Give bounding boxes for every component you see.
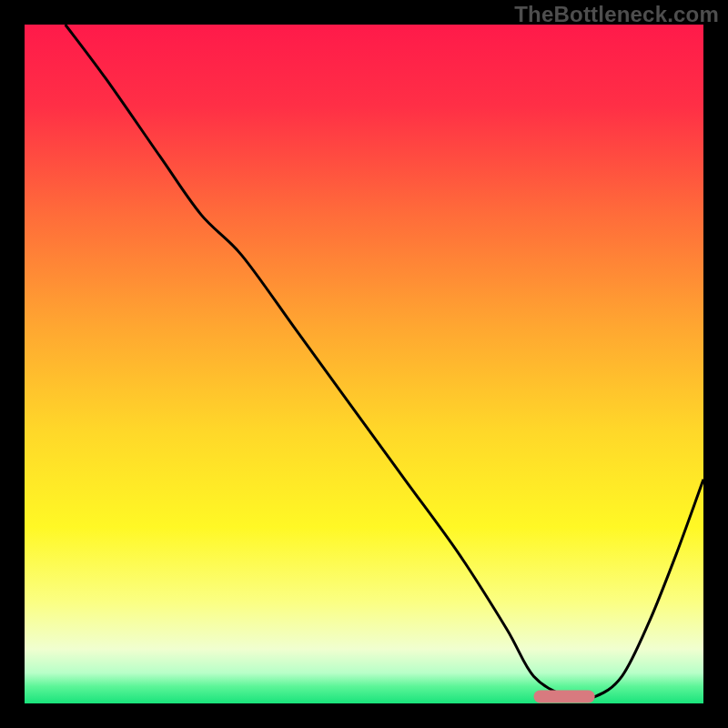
chart-frame: TheBottleneck.com bbox=[0, 0, 728, 728]
gradient-background bbox=[25, 25, 703, 703]
chart-svg bbox=[25, 25, 703, 703]
optimal-zone-marker bbox=[534, 691, 595, 703]
plot-area bbox=[25, 25, 703, 703]
watermark-text: TheBottleneck.com bbox=[514, 2, 719, 27]
